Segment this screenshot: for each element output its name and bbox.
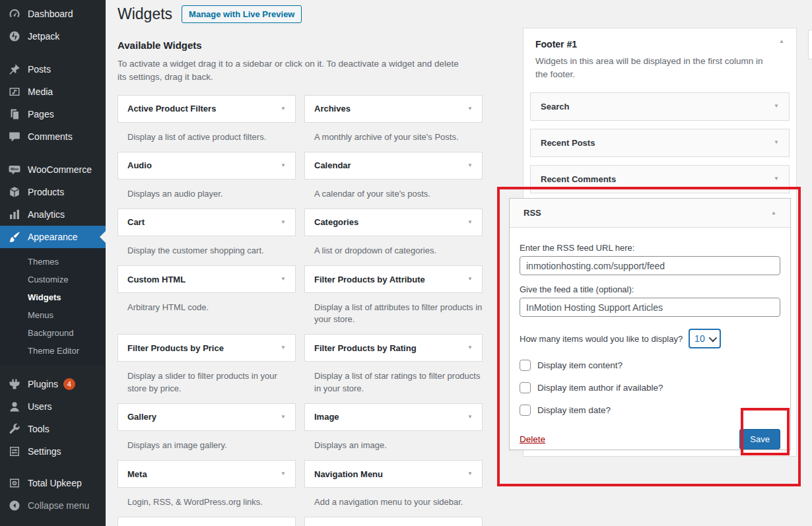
- display-item-content-checkbox[interactable]: [520, 360, 531, 371]
- sidebar-item-appearance[interactable]: Appearance: [0, 226, 106, 248]
- footer-1-title: Footer #1: [535, 39, 577, 49]
- widget-toggle[interactable]: Image ▼: [304, 403, 483, 431]
- widget-toggle[interactable]: Active Product Filters ▼: [118, 95, 296, 123]
- sidebar-item-woocommerce[interactable]: Woo WooCommerce: [0, 158, 106, 181]
- user-icon: [8, 400, 21, 413]
- sidebar-widget-recent-comments[interactable]: Recent Comments ▼: [530, 165, 790, 193]
- widget-title: Audio: [127, 160, 152, 170]
- submenu-item-background[interactable]: Background: [0, 324, 106, 342]
- bar-chart-icon: [8, 208, 21, 221]
- chevron-down-icon[interactable]: ▼: [467, 163, 473, 168]
- chevron-down-icon[interactable]: ▼: [467, 106, 473, 112]
- widget-description: A monthly archive of your site's Posts.: [314, 131, 483, 143]
- sidebar-item-collapse-menu[interactable]: Collapse menu: [0, 494, 106, 517]
- rss-widget-header[interactable]: RSS ▲: [510, 199, 790, 228]
- widget-toggle[interactable]: Meta ▼: [118, 460, 296, 488]
- widget-toggle[interactable]: Audio ▼: [118, 152, 296, 180]
- checkbox-label: Display item author if available?: [537, 383, 663, 393]
- sidebar-widget-search[interactable]: Search ▼: [530, 92, 790, 121]
- display-item-author-checkbox[interactable]: [520, 382, 531, 393]
- sidebar-item-label: WooCommerce: [28, 164, 92, 175]
- widget-toggle[interactable]: Product Categories ▼: [304, 517, 483, 526]
- widget-card-navigation-menu: Navigation Menu ▼ Add a navigation menu …: [304, 460, 483, 517]
- admin-sidebar: Dashboard Jetpack Posts Media Pages Comm…: [0, 0, 106, 526]
- safe-box-icon: [8, 477, 21, 490]
- items-count-select[interactable]: 10: [689, 329, 721, 348]
- products-icon: [8, 185, 21, 199]
- rss-feed-url-input[interactable]: [520, 256, 780, 275]
- chevron-down-icon[interactable]: ▼: [467, 471, 473, 477]
- chevron-down-icon[interactable]: ▼: [774, 140, 779, 145]
- chevron-up-icon[interactable]: ▲: [779, 39, 784, 44]
- widget-toggle[interactable]: Pages ▼: [118, 517, 296, 526]
- chevron-down-icon[interactable]: ▼: [467, 414, 473, 420]
- widget-toggle[interactable]: Navigation Menu ▼: [304, 460, 483, 488]
- chevron-down-icon[interactable]: ▼: [467, 277, 473, 282]
- chevron-up-icon[interactable]: ▲: [771, 211, 776, 216]
- widget-toggle[interactable]: Cart ▼: [118, 209, 296, 236]
- submenu-item-widgets[interactable]: Widgets: [0, 288, 106, 306]
- submenu-item-menus[interactable]: Menus: [0, 306, 106, 324]
- display-item-date-checkbox[interactable]: [520, 405, 531, 416]
- chevron-down-icon[interactable]: ▼: [281, 163, 286, 168]
- chevron-down-icon[interactable]: ▼: [774, 104, 779, 109]
- sidebar-item-settings[interactable]: Settings: [0, 440, 106, 463]
- chevron-down-icon[interactable]: ▼: [467, 345, 473, 350]
- available-widgets-description: To activate a widget drag it to a sideba…: [118, 57, 461, 84]
- rss-url-label: Enter the RSS feed URL here:: [520, 243, 780, 253]
- chevron-down-icon[interactable]: ▼: [281, 220, 286, 225]
- pushpin-icon: [8, 63, 21, 76]
- chevron-down-icon[interactable]: ▼: [281, 345, 286, 350]
- sidebar-item-label: Products: [28, 187, 64, 197]
- sidebar-item-users[interactable]: Users: [0, 395, 106, 418]
- comments-icon: [8, 130, 21, 143]
- widget-toggle[interactable]: Categories ▼: [304, 209, 483, 236]
- checkbox-row-display-item-content[interactable]: Display item content?: [520, 360, 780, 371]
- widget-title: Custom HTML: [127, 275, 186, 284]
- sidebar-item-jetpack[interactable]: Jetpack: [0, 25, 106, 48]
- sidebar-item-media[interactable]: Media: [0, 81, 106, 103]
- sidebar-item-posts[interactable]: Posts: [0, 58, 106, 81]
- save-button[interactable]: Save: [739, 429, 780, 449]
- widget-description: A calendar of your site's posts.: [314, 188, 483, 200]
- chevron-down-icon[interactable]: ▼: [467, 220, 473, 225]
- checkbox-row-display-item-author[interactable]: Display item author if available?: [520, 382, 780, 393]
- sidebar-item-comments[interactable]: Comments: [0, 125, 106, 148]
- sidebar-item-label: Settings: [28, 446, 61, 457]
- widget-card-pages: Pages ▼: [118, 517, 296, 526]
- delete-link[interactable]: Delete: [520, 434, 545, 444]
- sidebar-item-label: Collapse menu: [28, 500, 89, 511]
- widget-toggle[interactable]: Filter Products by Attribute ▼: [304, 265, 483, 293]
- sidebar-item-label: Comments: [28, 131, 73, 142]
- sidebar-item-tools[interactable]: Tools: [0, 418, 106, 440]
- widget-card-product-categories: Product Categories ▼: [304, 517, 483, 526]
- rss-feed-title-input[interactable]: [520, 298, 780, 317]
- sidebar-item-analytics[interactable]: Analytics: [0, 203, 106, 226]
- page-header: Widgets Manage with Live Preview: [118, 3, 502, 25]
- widget-description: Displays an image gallery.: [127, 440, 296, 451]
- sidebar-item-plugins[interactable]: Plugins 4: [0, 373, 106, 395]
- widget-toggle[interactable]: Filter Products by Rating ▼: [304, 334, 483, 362]
- widget-toggle[interactable]: Custom HTML ▼: [118, 265, 296, 293]
- submenu-item-customize[interactable]: Customize: [0, 271, 106, 288]
- submenu-item-theme-editor[interactable]: Theme Editor: [0, 342, 106, 360]
- widget-toggle[interactable]: Archives ▼: [304, 95, 483, 123]
- sidebar-item-dashboard[interactable]: Dashboard: [0, 3, 106, 25]
- submenu-item-themes[interactable]: Themes: [0, 253, 106, 271]
- widget-toggle[interactable]: Calendar ▼: [304, 152, 483, 180]
- chevron-down-icon[interactable]: ▼: [281, 277, 286, 282]
- chevron-down-icon[interactable]: ▼: [281, 471, 286, 477]
- widget-description: Display a list of active product filters…: [127, 131, 296, 143]
- chevron-down-icon[interactable]: ▼: [774, 176, 779, 181]
- chevron-down-icon[interactable]: ▼: [281, 414, 286, 420]
- chevron-down-icon[interactable]: ▼: [281, 106, 286, 112]
- sidebar-item-total-upkeep[interactable]: Total Upkeep: [0, 472, 106, 494]
- sidebar-item-products[interactable]: Products: [0, 181, 106, 203]
- manage-with-live-preview-button[interactable]: Manage with Live Preview: [182, 5, 302, 23]
- widget-toggle[interactable]: Gallery ▼: [118, 403, 296, 431]
- sidebar-item-pages[interactable]: Pages: [0, 103, 106, 125]
- widget-toggle[interactable]: Filter Products by Price ▼: [118, 334, 296, 362]
- widget-description: Displays an image.: [314, 440, 483, 451]
- checkbox-row-display-item-date[interactable]: Display item date?: [520, 405, 780, 416]
- sidebar-widget-recent-posts[interactable]: Recent Posts ▼: [530, 129, 790, 157]
